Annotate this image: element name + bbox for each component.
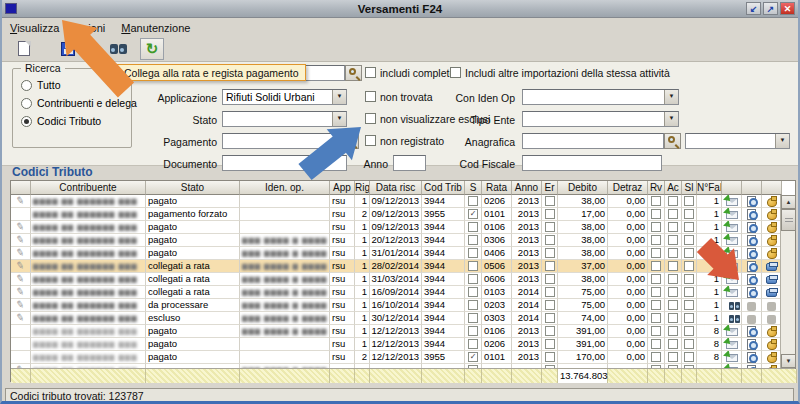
table-row[interactable]: ✎▆▆▆▆ ▆▆ ▆▆▆▆▆▆ ▆▆▆pagato▆▆▆ ▆▆▆▆ ▆ ▆▆▆▆… xyxy=(11,247,795,260)
tipo-ente-select[interactable]: ▼ xyxy=(522,111,679,127)
grid-checkbox-s[interactable] xyxy=(468,287,478,297)
grid-checkbox-er[interactable] xyxy=(545,287,555,297)
grid-checkbox-ac[interactable] xyxy=(668,287,678,297)
column-header-ic1[interactable] xyxy=(722,181,742,195)
grid-checkbox-rv[interactable] xyxy=(651,274,661,284)
grid-checkbox-s[interactable] xyxy=(468,235,478,245)
column-header-App[interactable]: App xyxy=(330,181,355,195)
table-row[interactable]: ✎▆▆▆▆ ▆▆ ▆▆▆▆▆▆ ▆▆▆collegati a rata▆▆▆ ▆… xyxy=(11,273,795,286)
grid-checkbox-rv[interactable] xyxy=(651,326,661,336)
grid-checkbox-sl[interactable] xyxy=(684,222,694,232)
envelope-action-button[interactable] xyxy=(722,247,742,260)
grid-checkbox-er[interactable] xyxy=(545,300,555,310)
grid-checkbox-rv[interactable] xyxy=(651,248,661,258)
grid-checkbox-sl[interactable] xyxy=(684,287,694,297)
docmag-action-button[interactable] xyxy=(742,286,762,299)
docmag-action-button[interactable] xyxy=(742,247,762,260)
column-header-Ac[interactable]: Ac xyxy=(665,181,682,195)
grid-checkbox-rv[interactable] xyxy=(651,365,661,368)
grid-checkbox-sl[interactable] xyxy=(684,235,694,245)
applicazione-select[interactable]: Rifiuti Solidi Urbani▼ xyxy=(222,89,347,105)
envelope-action-button[interactable] xyxy=(722,273,742,286)
cod-fiscale-input[interactable] xyxy=(522,155,662,171)
binoculars-action-button[interactable] xyxy=(722,299,742,312)
grid-checkbox-er[interactable] xyxy=(545,209,555,219)
grid-checkbox-er[interactable] xyxy=(545,313,555,323)
moneybag-action-button[interactable] xyxy=(762,195,782,208)
docmag-action-button[interactable] xyxy=(742,195,762,208)
grid-checkbox-rv[interactable] xyxy=(651,222,661,232)
non-visualizzare-esclusi-checkbox[interactable] xyxy=(365,113,376,124)
grid-checkbox-er[interactable] xyxy=(545,326,555,336)
grid-checkbox-rv[interactable] xyxy=(651,300,661,310)
envelope-action-button[interactable] xyxy=(722,234,742,247)
column-header-Iden. op.[interactable]: Iden. op. xyxy=(240,181,330,195)
moneybag-action-button[interactable] xyxy=(762,325,782,338)
docmag-action-button[interactable] xyxy=(742,338,762,351)
grid-checkbox-sl[interactable] xyxy=(684,300,694,310)
grid-checkbox-rv[interactable] xyxy=(651,352,661,362)
envelope-action-button[interactable] xyxy=(722,260,742,273)
grid-checkbox-s[interactable] xyxy=(468,365,478,368)
grid-checkbox-er[interactable] xyxy=(545,235,555,245)
moneybag-action-button[interactable] xyxy=(762,338,782,351)
anagrafica-type-select[interactable]: ▼ xyxy=(685,133,790,149)
pagamento-search-button[interactable] xyxy=(342,133,359,149)
table-row[interactable]: ▆▆▆▆ ▆▆ ▆▆▆▆▆▆ ▆▆▆pagamento forzatorsu20… xyxy=(11,208,795,221)
column-header-Rata[interactable]: Rata xyxy=(482,181,512,195)
grid-checkbox-rv[interactable] xyxy=(651,339,661,349)
menu-item-azioni[interactable]: Azioni xyxy=(67,21,113,35)
minimize-button[interactable]: ↙ xyxy=(746,2,761,15)
grid-checkbox-s[interactable] xyxy=(468,248,478,258)
grid-checkbox-sl[interactable] xyxy=(684,313,694,323)
column-header-Stato[interactable]: Stato xyxy=(146,181,240,195)
moneybag-action-button[interactable] xyxy=(762,364,782,368)
menu-item-manutenzione[interactable]: Manutenzione xyxy=(113,21,198,35)
column-header-Data risc[interactable]: Data risc xyxy=(370,181,422,195)
grid-checkbox-ac[interactable] xyxy=(668,248,678,258)
table-row[interactable]: ▆▆▆▆ ▆▆ ▆▆▆▆▆▆ ▆▆▆pagatorsu212/12/201339… xyxy=(11,351,795,364)
grid-checkbox-rv[interactable] xyxy=(651,313,661,323)
envelope-action-button[interactable] xyxy=(722,286,742,299)
ricerca-option-tutto[interactable]: Tutto xyxy=(21,79,61,91)
table-row[interactable]: ✎▆▆▆▆ ▆▆ ▆▆▆▆▆▆ ▆▆▆▆▆▆ ▆▆▆▆ ▆ ▆▆▆▆ xyxy=(11,364,795,368)
envelope-action-button[interactable] xyxy=(722,351,742,364)
column-header-N°Fab[interactable]: N°Fab xyxy=(697,181,722,195)
column-header-Detraz[interactable]: Detraz xyxy=(608,181,648,195)
grid-checkbox-ac[interactable] xyxy=(668,196,678,206)
table-row[interactable]: ✎▆▆▆▆ ▆▆ ▆▆▆▆▆▆ ▆▆▆pagatorsu109/12/20133… xyxy=(11,195,795,208)
table-row[interactable]: ✎▆▆▆▆ ▆▆ ▆▆▆▆▆▆ ▆▆▆da processare▆▆▆ ▆▆▆▆… xyxy=(11,299,795,312)
grid-checkbox-sl[interactable] xyxy=(684,339,694,349)
grid-checkbox-ac[interactable] xyxy=(668,209,678,219)
docmag-action-button[interactable] xyxy=(742,364,762,368)
grid-checkbox-rv[interactable] xyxy=(651,287,661,297)
table-row[interactable]: ✎▆▆▆▆ ▆▆ ▆▆▆▆▆▆ ▆▆▆collegati a rata▆▆▆ ▆… xyxy=(11,260,795,273)
grid-checkbox-rv[interactable] xyxy=(651,196,661,206)
table-row[interactable]: ✎▆▆▆▆ ▆▆ ▆▆▆▆▆▆ ▆▆▆pagato▆▆▆ ▆▆▆▆ ▆ ▆▆▆▆… xyxy=(11,234,795,247)
envelope-action-button[interactable] xyxy=(722,325,742,338)
maximize-button[interactable]: ↗ xyxy=(763,2,778,15)
column-header-Contribuente[interactable]: Contribuente xyxy=(31,181,146,195)
envelope-action-button[interactable] xyxy=(722,208,742,221)
moneybag-action-button[interactable] xyxy=(762,221,782,234)
refresh-button[interactable]: ↻ xyxy=(140,38,164,60)
grid-checkbox-er[interactable] xyxy=(545,339,555,349)
grid-checkbox-ac[interactable] xyxy=(668,222,678,232)
grid-checkbox-ac[interactable] xyxy=(668,261,678,271)
grid-checkbox-s[interactable] xyxy=(468,313,478,323)
grid-checkbox-s[interactable] xyxy=(468,326,478,336)
stato-select[interactable]: ▼ xyxy=(222,111,347,127)
grid-checkbox-ac[interactable] xyxy=(668,352,678,362)
docmag-action-button[interactable] xyxy=(742,208,762,221)
grid-checkbox-er[interactable] xyxy=(545,261,555,271)
grid-checkbox-s[interactable] xyxy=(468,222,478,232)
anno-input[interactable] xyxy=(393,155,426,171)
grid-checkbox-sl[interactable] xyxy=(684,248,694,258)
column-header-Sl[interactable]: Sl xyxy=(682,181,697,195)
grid-checkbox-rv[interactable] xyxy=(651,261,661,271)
grid-checkbox-ac[interactable] xyxy=(668,313,678,323)
binoculars-action-button[interactable] xyxy=(722,312,742,325)
moneybag-action-button[interactable] xyxy=(762,208,782,221)
docmag-action-button[interactable] xyxy=(742,260,762,273)
grid-checkbox-sl[interactable] xyxy=(684,196,694,206)
